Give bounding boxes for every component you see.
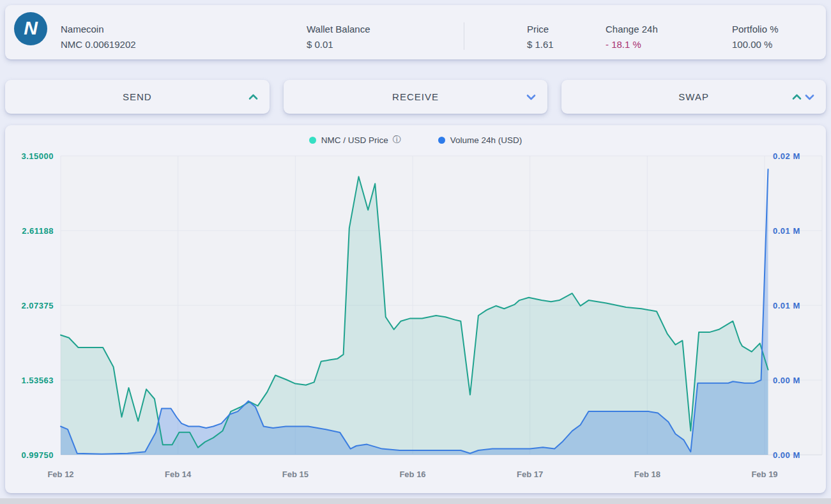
y-axis-right-tick: 0.02 M — [773, 151, 800, 161]
y-axis-left-tick: 2.61188 — [22, 226, 54, 236]
y-axis-left-tick: 3.15000 — [22, 151, 54, 161]
x-axis-tick: Feb 17 — [517, 470, 543, 479]
change-24h-value: - 18.1 % — [606, 37, 658, 52]
x-axis-tick: Feb 15 — [282, 470, 309, 479]
legend-label-volume: Volume 24h (USD) — [450, 135, 522, 145]
send-button-label: SEND — [123, 91, 152, 102]
y-axis-right-tick: 0.01 M — [773, 301, 800, 310]
horizontal-scrollbar[interactable] — [0, 498, 831, 504]
wallet-balance-value: $ 0.01 — [307, 37, 370, 52]
info-icon[interactable]: ⓘ — [393, 134, 401, 146]
namecoin-logo: N — [14, 12, 47, 45]
legend-label-price: NMC / USD Price — [321, 135, 388, 145]
y-axis-right-tick: 0.00 M — [773, 450, 800, 460]
coin-summary-card: N Namecoin NMC 0.00619202 Wallet Balance… — [5, 5, 826, 59]
swap-button-label: SWAP — [678, 91, 709, 102]
header-divider — [464, 22, 464, 50]
y-axis-left-tick: 2.07375 — [22, 301, 54, 310]
receive-button[interactable]: RECEIVE — [284, 80, 548, 114]
legend-dot-volume-icon — [438, 137, 445, 144]
x-axis-tick: Feb 12 — [47, 470, 73, 479]
portfolio-percent-label: Portfolio % — [732, 22, 779, 37]
wallet-page: N Namecoin NMC 0.00619202 Wallet Balance… — [0, 0, 831, 504]
action-buttons-row: SEND RECEIVE SWAP — [5, 80, 826, 114]
chevron-down-icon — [526, 91, 536, 102]
coin-balance: NMC 0.00619202 — [61, 37, 136, 52]
send-button[interactable]: SEND — [5, 80, 270, 114]
legend-item-volume[interactable]: Volume 24h (USD) — [438, 134, 522, 146]
legend-item-price[interactable]: NMC / USD Price ⓘ — [309, 134, 401, 146]
portfolio-percent-value: 100.00 % — [732, 37, 779, 52]
chevron-up-icon — [248, 91, 258, 102]
y-axis-right-tick: 0.01 M — [773, 226, 800, 236]
y-axis-right-tick: 0.00 M — [773, 376, 800, 385]
coin-name: Namecoin — [61, 22, 136, 37]
swap-button[interactable]: SWAP — [561, 80, 826, 114]
x-axis-tick: Feb 16 — [399, 470, 425, 479]
x-axis-tick: Feb 14 — [165, 470, 192, 479]
chevron-down-icon — [805, 91, 814, 102]
price-volume-chart[interactable]: 3.150002.611882.073751.535630.997500.02 … — [5, 125, 826, 493]
price-label: Price — [527, 22, 554, 37]
x-axis-tick: Feb 18 — [634, 470, 660, 479]
price-value: $ 1.61 — [527, 37, 554, 52]
legend-dot-price-icon — [309, 137, 316, 144]
namecoin-logo-letter: N — [24, 17, 38, 39]
change-24h-label: Change 24h — [606, 22, 658, 37]
receive-button-label: RECEIVE — [392, 91, 439, 102]
chevron-up-icon — [792, 91, 802, 102]
price-chart-card: NMC / USD Price ⓘ Volume 24h (USD) 3.150… — [5, 125, 826, 493]
x-axis-tick: Feb 19 — [751, 470, 777, 479]
wallet-balance-label: Wallet Balance — [307, 22, 370, 37]
y-axis-left-tick: 1.53563 — [22, 376, 54, 385]
chart-legend: NMC / USD Price ⓘ Volume 24h (USD) — [5, 134, 826, 146]
y-axis-left-tick: 0.99750 — [22, 450, 54, 460]
